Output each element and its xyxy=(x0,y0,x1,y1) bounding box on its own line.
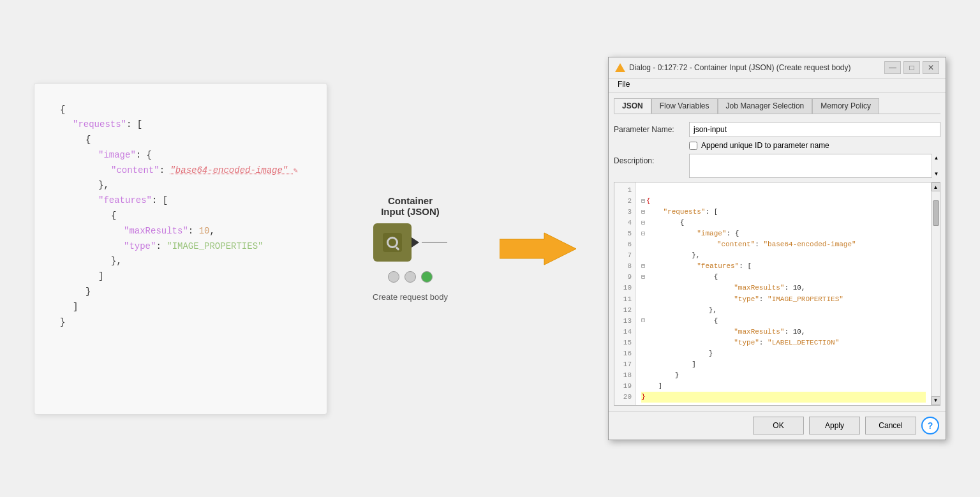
scroll-arrow-up[interactable]: ▲ xyxy=(932,182,940,191)
json-line-14: ] xyxy=(60,300,301,315)
param-name-row: Parameter Name: xyxy=(614,122,940,137)
json-editor-line-3: ⊟ "requests": [ xyxy=(641,207,926,218)
json-line-13: } xyxy=(60,285,301,300)
dialog-body: JSON Flow Variables Job Manager Selectio… xyxy=(609,93,946,411)
menu-file[interactable]: File xyxy=(614,78,634,90)
param-name-input[interactable] xyxy=(689,122,940,137)
description-textarea[interactable] xyxy=(689,154,940,178)
append-unique-id-checkbox[interactable] xyxy=(689,142,697,150)
json-line-8: { xyxy=(60,209,301,224)
json-editor-line-15: "type": "LABEL_DETECTION" xyxy=(641,338,926,348)
desc-scroll-down[interactable]: ▼ xyxy=(933,170,940,178)
tab-bar: JSON Flow Variables Job Manager Selectio… xyxy=(614,98,940,114)
param-name-label: Parameter Name: xyxy=(614,125,684,134)
json-editor-line-9: ⊟ { xyxy=(641,272,926,283)
json-line-11: }, xyxy=(60,254,301,269)
left-json-card: { "requests": [ { "image": { "content": … xyxy=(34,83,327,415)
desc-scroll-up[interactable]: ▲ xyxy=(933,154,940,162)
description-label: Description: xyxy=(614,154,684,165)
dialog-menubar: File xyxy=(609,78,946,93)
node-connectors xyxy=(388,271,433,283)
json-editor-line-16: } xyxy=(641,348,926,359)
svg-marker-0 xyxy=(500,233,576,265)
json-editor-content[interactable]: ⊟{ ⊟ "requests": [ ⊟ { ⊟ "image": { "con… xyxy=(636,182,931,405)
json-line-1: { xyxy=(60,103,301,118)
close-button[interactable]: ✕ xyxy=(923,61,939,74)
json-line-5: "content": "base64-encoded-image" ✎ xyxy=(60,163,301,179)
scroll-thumb[interactable] xyxy=(933,200,939,226)
json-editor-line-2: ⊟{ xyxy=(641,196,926,207)
node-label: Container Input (JSON) xyxy=(381,195,440,217)
json-editor-line-18: } xyxy=(641,370,926,381)
editor-scrollbar-v[interactable]: ▲ ▼ xyxy=(931,182,940,405)
middle-section: Container Input (JSON) Create request bo… xyxy=(353,195,468,302)
connector-dot-1 xyxy=(388,271,399,283)
ok-button[interactable]: OK xyxy=(753,417,804,434)
connector-dot-2 xyxy=(405,271,416,283)
dialog-footer: OK Apply Cancel ? xyxy=(609,411,946,440)
json-editor-line-6: "content": "base64-encoded-image" xyxy=(641,239,926,250)
json-line-10: "type": "IMAGE_PROPERTIES" xyxy=(60,239,301,255)
dialog-window: Dialog - 0:127:72 - Container Input (JSO… xyxy=(608,57,946,440)
json-editor-line-5: ⊟ "image": { xyxy=(641,228,926,239)
json-editor-line-17: ] xyxy=(641,359,926,370)
node-caption: Create request body xyxy=(373,292,448,302)
json-editor-wrapper: 1 2 3 4 5 6 7 8 9 10 11 12 13 14 xyxy=(614,182,940,406)
json-editor-line-7: }, xyxy=(641,250,926,261)
json-line-15: } xyxy=(60,315,301,330)
cancel-button[interactable]: Cancel xyxy=(865,417,916,434)
connector-dot-3 xyxy=(421,271,433,283)
description-row: Description: ▲ ▼ xyxy=(614,154,940,178)
json-editor-line-10: "maxResults": 10, xyxy=(641,283,926,293)
scroll-arrow-down[interactable]: ▼ xyxy=(932,396,940,405)
json-line-6: }, xyxy=(60,178,301,193)
editor-scroll-area: 1 2 3 4 5 6 7 8 9 10 11 12 13 14 xyxy=(614,182,940,405)
json-line-9: "maxResults": 10, xyxy=(60,224,301,239)
json-editor-line-12: }, xyxy=(641,305,926,316)
apply-button[interactable]: Apply xyxy=(809,417,860,434)
json-line-7: "features": [ xyxy=(60,193,301,209)
json-line-2: "requests": [ xyxy=(60,117,301,133)
json-editor-line-20: } xyxy=(641,392,926,403)
dialog-titlebar: Dialog - 0:127:72 - Container Input (JSO… xyxy=(609,57,946,78)
tab-json[interactable]: JSON xyxy=(614,98,651,114)
maximize-button[interactable]: □ xyxy=(903,61,920,74)
minimize-button[interactable]: — xyxy=(884,61,901,74)
node-inner-icon xyxy=(383,233,402,252)
arrow-icon xyxy=(500,230,576,268)
tab-flow-variables[interactable]: Flow Variables xyxy=(651,98,718,114)
json-line-4: "image": { xyxy=(60,148,301,163)
node-connector-line xyxy=(422,242,447,243)
tab-job-manager[interactable]: Job Manager Selection xyxy=(718,98,813,114)
warning-icon xyxy=(615,63,625,72)
json-editor-line-13: ⊟ { xyxy=(641,316,926,327)
arrow-container xyxy=(500,230,576,268)
append-unique-id-label: Append unique ID to parameter name xyxy=(701,141,829,150)
json-editor-line-14: "maxResults": 10, xyxy=(641,327,926,338)
json-editor-line-11: "type": "IMAGE_PROPERTIES" xyxy=(641,294,926,305)
line-numbers: 1 2 3 4 5 6 7 8 9 10 11 12 13 14 xyxy=(614,182,636,405)
json-line-3: { xyxy=(60,133,301,148)
json-editor-line-8: ⊟ "features": [ xyxy=(641,261,926,272)
json-editor-line-4: ⊟ { xyxy=(641,218,926,228)
tab-memory-policy[interactable]: Memory Policy xyxy=(812,98,879,114)
container-input-node[interactable] xyxy=(373,223,412,262)
dialog-title-text: Dialog - 0:127:72 - Container Input (JSO… xyxy=(629,63,851,72)
json-line-12: ] xyxy=(60,269,301,285)
help-button[interactable]: ? xyxy=(921,417,939,434)
json-editor-line-19: ] xyxy=(641,381,926,392)
json-editor-line-1 xyxy=(641,185,926,196)
append-unique-id-row: Append unique ID to parameter name xyxy=(614,141,940,150)
title-buttons: — □ ✕ xyxy=(884,61,939,74)
dialog-title-left: Dialog - 0:127:72 - Container Input (JSO… xyxy=(615,63,851,72)
lens-icon xyxy=(387,237,398,248)
